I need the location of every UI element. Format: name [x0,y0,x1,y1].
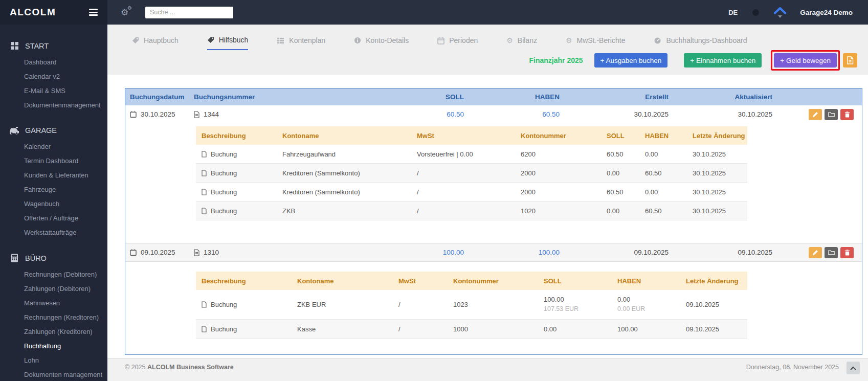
file-text-icon [194,249,199,256]
entry-account-number: 1020 [521,207,607,215]
tab-perioden[interactable]: Perioden [437,36,478,50]
pdf-export-button[interactable] [843,53,857,68]
book-income-button[interactable]: + Einnahmen buchen [684,53,762,68]
sidebar-item-calendar-v2[interactable]: Calendar v2 [0,69,107,83]
row-actions [772,247,863,258]
sidebar-item-wagenbuch[interactable]: Wagenbuch [0,196,107,211]
fiscal-year-link[interactable]: Finanzjahr 2025 [529,56,583,64]
sidebar-item-zahlungen-kreditoren[interactable]: Zahlungen (Kreditoren) [0,324,107,339]
sidebar-item-fahrzeuge[interactable]: Fahrzeuge [0,182,107,196]
sidebar-item-mahnwesen[interactable]: Mahnwesen [0,296,107,310]
search-input[interactable] [145,7,233,18]
entry-account-number: 2000 [521,188,607,196]
sidebar-item-termin-dashboard[interactable]: Termin Dashboard [0,153,107,168]
tab-mwst-berichte[interactable]: ⚙ MwSt.-Berichte [566,36,625,50]
section-label: GARAGE [25,126,57,135]
sidebar-item-dokumenten-management[interactable]: Dokumenten management [0,367,107,381]
tab-bilanz[interactable]: ⚙ Bilanz [506,36,537,50]
tab-konto-details[interactable]: Konto-Details [354,36,409,50]
sidebar-item-rechnungen-debitoren[interactable]: Rechnungen (Debitoren) [0,267,107,281]
entry-row[interactable]: Buchung ZKB EUR / 1023 100.00 107.53 EUR… [196,290,747,320]
booking-row[interactable]: 30.10.2025 1344 60.50 60.50 30.10.2025 3… [125,105,862,123]
folder-button[interactable] [825,109,838,120]
sidebar-item-offerten-auftraege[interactable]: Offerten / Aufträge [0,211,107,225]
booking-soll-link[interactable]: 60.50 [332,110,464,118]
sidebar-item-kunden-lieferanten[interactable]: Kunden & Lieferanten [0,168,107,182]
sidebar-item-dokumentenmanagement[interactable]: Dokumentenmanagement [0,98,107,112]
booking-haben-link[interactable]: 100.00 [464,249,560,256]
edit-button[interactable] [809,247,822,258]
header-aktualisiert[interactable]: Aktualisiert [669,93,772,101]
calendar-icon [130,249,137,256]
sidebar-item-dashboard[interactable]: Dashboard [0,55,107,69]
entry-row[interactable]: Buchung Kreditoren (Sammelkonto) / 2000 … [196,183,747,201]
tab-kontenplan[interactable]: Kontenplan [277,36,325,50]
booking-number: 1344 [204,110,219,118]
sidebar-item-email-sms[interactable]: E-Mail & SMS [0,83,107,98]
sidebar-item-zahlungen-debitoren[interactable]: Zahlungen (Debitoren) [0,281,107,296]
delete-button[interactable] [840,109,854,120]
grid-icon [9,41,19,50]
section-label: START [25,42,49,50]
ledger-table: Buchungsdatum Buchungsnummer SOLL HABEN … [125,88,862,355]
header-erstellt[interactable]: Erstellt [560,93,669,101]
tab-label: MwSt.-Berichte [577,36,626,44]
entry-row[interactable]: Buchung Kasse / 1000 0.00 100.00 09.10.2… [196,320,747,339]
app-window: ALCOLM START Dashboard Calendar v2 E-Mai… [0,0,868,381]
nav-section-buero: BÜRO Rechnungen (Debitoren) Zahlungen (D… [0,249,107,381]
entry-soll: 100.00 107.53 EUR [544,296,617,313]
header-buchungsdatum[interactable]: Buchungsdatum [125,93,194,101]
booking-entries-table: Beschreibung Kontoname MwSt Kontonummer … [196,272,747,339]
tab-hauptbuch[interactable]: Hauptbuch [132,36,179,50]
delete-button[interactable] [840,247,854,258]
entry-row[interactable]: Buchung Fahrzeugaufwand Vorsteuerfrei | … [196,145,747,164]
booking-date-cell: 30.10.2025 [125,110,194,118]
ledger-header-row: Buchungsdatum Buchungsnummer SOLL HABEN … [125,88,862,105]
account-name[interactable]: Garage24 Demo [800,9,853,16]
scroll-to-top-button[interactable] [847,362,860,374]
entry-row[interactable]: Buchung Kreditoren (Sammelkonto) / 2000 … [196,164,747,183]
edit-button[interactable] [809,109,822,120]
sidebar-nav: START Dashboard Calendar v2 E-Mail & SMS… [0,25,107,381]
move-money-button[interactable]: + Geld bewegen [774,53,837,68]
sidebar-section-buero[interactable]: BÜRO [0,249,107,267]
header-haben[interactable]: HABEN [464,93,560,101]
sidebar-item-buchhaltung[interactable]: Buchhaltung [0,339,107,353]
entry-haben: 0.00 [645,188,693,196]
booking-haben-link[interactable]: 60.50 [464,110,560,118]
header-buchungsnummer[interactable]: Buchungsnummer [194,93,332,101]
subheader-letzte-aenderung: Letzte Änderung [686,277,747,285]
pdf-file-icon [847,56,854,64]
sidebar-section-garage[interactable]: GARAGE [0,122,107,139]
sidebar-item-kalender[interactable]: Kalender [0,139,107,153]
entry-description: Buchung [196,169,282,177]
row-actions [772,109,863,120]
entry-account: Kreditoren (Sammelkonto) [282,188,417,196]
booking-soll-link[interactable]: 100.00 [332,249,464,256]
ledger-group-2: 09.10.2025 1310 100.00 100.00 09.10.2025… [125,243,862,339]
booking-entries-table: Beschreibung Kontoname MwSt Kontonummer … [196,126,747,220]
entry-haben: 60.50 [645,207,693,215]
sidebar-item-lohn[interactable]: Lohn [0,353,107,367]
entry-vat: Vorsteuerfrei | 0.00 [417,150,521,158]
entry-row[interactable]: Buchung ZKB / 1020 0.00 60.50 30.10.2025 [196,201,747,220]
settings-cogs-icon[interactable]: ⚙⚙ [121,7,134,17]
entry-vat: / [417,169,521,177]
sidebar-item-werkstattauftraege[interactable]: Werkstattaufträge [0,225,107,239]
language-selector[interactable]: DE [728,9,738,16]
entry-last-change: 30.10.2025 [693,150,747,158]
tab-hilfsbuch[interactable]: Hilfsbuch [207,36,249,50]
hamburger-menu-icon[interactable] [88,7,99,18]
book-expenses-button[interactable]: + Ausgaben buchen [594,53,668,68]
sidebar-item-rechnungen-kreditoren[interactable]: Rechnungen (Kreditoren) [0,310,107,324]
booking-row[interactable]: 09.10.2025 1310 100.00 100.00 09.10.2025… [125,243,862,262]
entry-soll: 0.00 [544,325,617,333]
header-soll[interactable]: SOLL [332,93,464,101]
account-logo-icon[interactable] [773,7,787,18]
tab-buchhaltungs-dashboard[interactable]: Buchhaltungs-Dashboard [654,36,747,50]
notification-dot-icon[interactable] [752,9,759,16]
folder-button[interactable] [825,247,838,258]
sidebar-section-start[interactable]: START [0,37,107,55]
entry-haben-secondary: 0.00 EUR [617,305,686,313]
list-icon [277,37,284,44]
